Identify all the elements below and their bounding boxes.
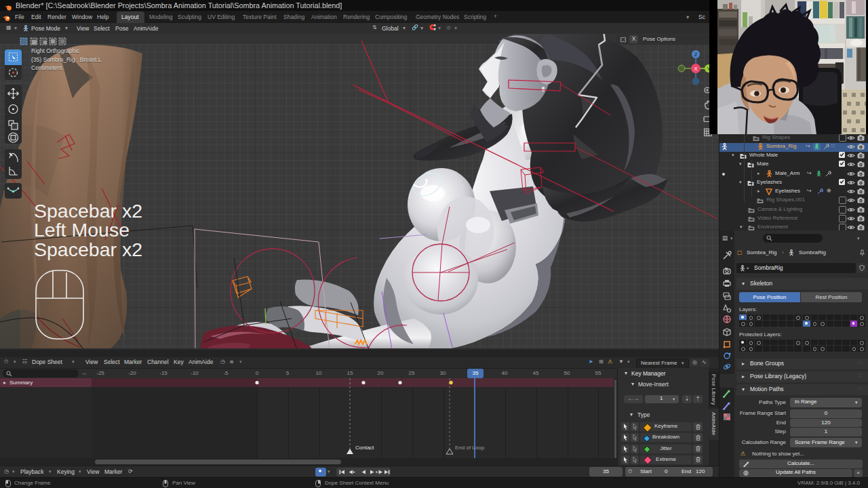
svg-text:Z: Z (694, 52, 698, 58)
svg-text:X: X (694, 66, 697, 72)
